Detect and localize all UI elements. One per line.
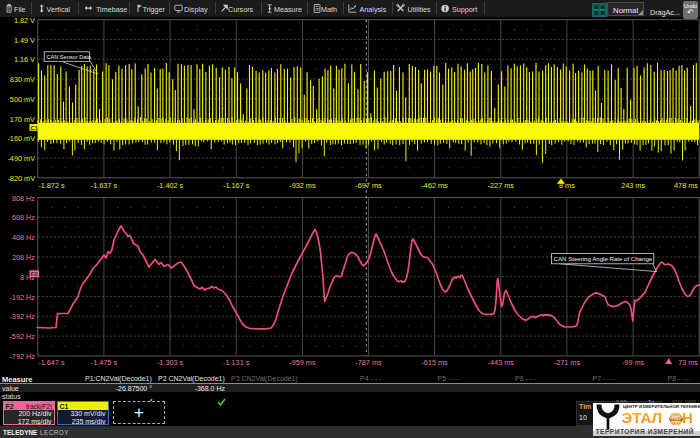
svg-text:-443 ms: -443 ms [488,358,515,367]
svg-text:-1.475 s: -1.475 s [91,358,118,367]
svg-text:C1: C1 [30,125,38,131]
svg-text:808 Hz: 808 Hz [12,194,35,203]
svg-text:500 mV: 500 mV [10,95,35,104]
svg-text:73 ms: 73 ms [678,358,698,367]
svg-text:-592 Hz: -592 Hz [9,332,35,341]
svg-text:1.82 V: 1.82 V [14,16,35,25]
svg-text:-99 ms: -99 ms [622,358,645,367]
svg-text:243 ms: 243 ms [621,181,645,190]
svg-text:-1.131 s: -1.131 s [223,358,250,367]
svg-text:1.16 V: 1.16 V [14,55,35,64]
svg-text:-192 Hz: -192 Hz [9,293,35,302]
svg-text:-1.872 s: -1.872 s [38,181,65,190]
svg-text:-820 mV: -820 mV [7,174,35,183]
svg-text:-490 mV: -490 mV [7,154,35,163]
svg-text:-932 ms: -932 ms [289,181,316,190]
svg-text:-959 ms: -959 ms [289,358,316,367]
svg-text:CAN Sensor Data: CAN Sensor Data [47,54,92,60]
svg-text:-792 Hz: -792 Hz [9,352,35,361]
svg-text:-227 ms: -227 ms [488,181,515,190]
svg-text:1.49 V: 1.49 V [14,36,35,45]
svg-text:408 Hz: 408 Hz [12,233,35,242]
svg-text:-1.303 s: -1.303 s [157,358,184,367]
svg-text:478 ms: 478 ms [674,181,698,190]
svg-text:-392 Hz: -392 Hz [9,312,35,321]
svg-text:170 mV: 170 mV [10,115,35,124]
svg-text:-615 ms: -615 ms [421,358,448,367]
svg-text:-1.167 s: -1.167 s [223,181,250,190]
svg-text:608 Hz: 608 Hz [12,213,35,222]
svg-text:-462 ms: -462 ms [421,181,448,190]
svg-text:208 Hz: 208 Hz [12,253,35,262]
svg-text:-1.402 s: -1.402 s [157,181,184,190]
svg-text:CAN Steering Angle Rate of Cha: CAN Steering Angle Rate of Change [554,255,653,262]
svg-text:ПРИБОР: ПРИБОР [670,417,681,421]
svg-text:F2: F2 [31,271,38,277]
svg-text:-271 ms: -271 ms [554,358,581,367]
svg-text:-1.647 s: -1.647 s [38,358,65,367]
svg-text:-787 ms: -787 ms [355,358,382,367]
svg-text:830 mV: 830 mV [10,75,35,84]
svg-text:-160 mV: -160 mV [7,134,35,143]
svg-text:-1.637 s: -1.637 s [91,181,118,190]
svg-text:-697 ms: -697 ms [355,181,382,190]
